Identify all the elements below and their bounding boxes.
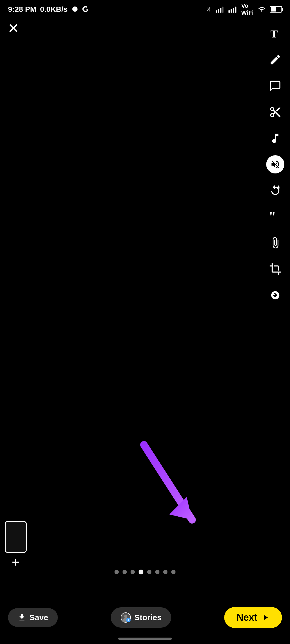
crop-tool-button[interactable] <box>266 260 285 278</box>
loop-icon <box>269 289 281 301</box>
svg-rect-4 <box>228 10 230 13</box>
purple-arrow-svg <box>128 440 213 541</box>
music-icon <box>269 132 281 145</box>
time-display: 9:28 PM <box>8 5 36 14</box>
boomerang-tool-button[interactable] <box>266 181 285 200</box>
pen-tool-button[interactable] <box>266 50 285 69</box>
status-right: VoWiFi <box>206 2 282 16</box>
link-tool-button[interactable] <box>266 233 285 252</box>
crop-icon <box>269 263 281 275</box>
sticker-icon <box>269 80 281 92</box>
battery-icon <box>270 6 282 13</box>
network-speed: 0.0KB/s <box>40 5 68 14</box>
svg-rect-2 <box>220 8 222 13</box>
pen-icon <box>269 54 281 66</box>
status-left: 9:28 PM 0.0KB/s <box>8 5 89 14</box>
text-tool-button[interactable]: T <box>266 24 285 43</box>
close-button[interactable]: ✕ <box>7 21 19 35</box>
dot-2 <box>123 570 127 574</box>
svg-rect-5 <box>231 9 232 13</box>
mute-icon <box>270 159 280 169</box>
next-arrow-icon <box>261 613 270 622</box>
google-icon <box>82 6 89 13</box>
story-thumbnail[interactable] <box>5 521 27 553</box>
stories-button[interactable]: + Stories <box>111 607 171 628</box>
dot-5 <box>147 570 151 574</box>
loop-tool-button[interactable] <box>266 286 285 305</box>
signal-icon-1 <box>216 6 225 13</box>
scissors-icon <box>269 106 281 118</box>
text-icon: T <box>269 27 281 40</box>
stories-label: Stories <box>134 613 162 622</box>
dot-4-active <box>139 570 143 574</box>
mute-tool-button[interactable] <box>266 155 284 173</box>
svg-text:+: + <box>127 618 129 622</box>
quote-icon: " <box>269 210 282 223</box>
alarm-icon <box>71 6 78 13</box>
music-tool-button[interactable] <box>266 129 285 148</box>
left-panel: + <box>5 521 27 569</box>
dot-8 <box>171 570 175 574</box>
signal-icon-2 <box>228 6 238 13</box>
scissors-tool-button[interactable] <box>266 103 285 122</box>
save-button[interactable]: Save <box>8 608 58 627</box>
svg-text:T: T <box>270 28 278 40</box>
download-icon <box>18 613 26 622</box>
next-button[interactable]: Next <box>224 607 282 628</box>
next-label: Next <box>236 612 257 623</box>
stories-avatar-icon: + <box>120 612 131 623</box>
svg-rect-3 <box>222 7 224 13</box>
right-toolbar: T " <box>266 19 285 305</box>
link-icon <box>269 237 281 249</box>
bottom-bar: Save + Stories Next <box>0 607 290 628</box>
svg-rect-1 <box>218 9 219 13</box>
quote-tool-button[interactable]: " <box>266 207 285 226</box>
arrow-annotation <box>128 440 213 542</box>
svg-text:": " <box>269 210 276 223</box>
add-story-button[interactable]: + <box>12 555 20 569</box>
main-canvas <box>0 0 290 644</box>
boomerang-icon <box>269 184 281 196</box>
sticker-tool-button[interactable] <box>266 77 285 95</box>
wifi-icon <box>257 6 266 13</box>
battery-fill <box>271 7 276 12</box>
dot-6 <box>155 570 159 574</box>
bluetooth-icon <box>206 6 212 13</box>
stories-avatar-container: + <box>120 612 131 623</box>
dot-3 <box>131 570 135 574</box>
dot-7 <box>163 570 167 574</box>
status-bar: 9:28 PM 0.0KB/s VoWiFi <box>0 0 290 19</box>
save-label: Save <box>29 613 48 622</box>
svg-rect-7 <box>235 7 236 13</box>
pagination-dots <box>115 570 175 574</box>
dot-1 <box>115 570 119 574</box>
vowifi-label: VoWiFi <box>241 2 254 16</box>
svg-rect-6 <box>233 8 234 13</box>
svg-rect-0 <box>216 10 217 13</box>
home-indicator <box>118 638 172 640</box>
svg-point-14 <box>124 615 127 618</box>
